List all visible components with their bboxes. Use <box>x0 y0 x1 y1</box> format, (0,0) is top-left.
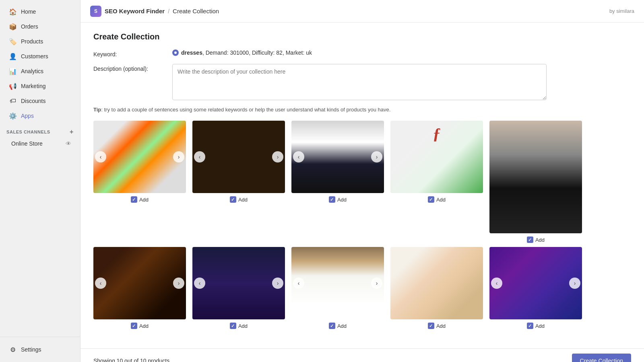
product-8-add-label: Add <box>337 323 347 329</box>
topbar-page-title: Create Collection <box>173 8 219 14</box>
product-9-checkbox[interactable] <box>428 323 434 329</box>
sidebar-item-orders[interactable]: 📦 Orders <box>2 19 78 34</box>
keyword-label: Keyword: <box>93 49 166 58</box>
showing-text: Showing 10 out of 10 products. <box>93 358 171 362</box>
sidebar-label-apps: Apps <box>21 113 34 119</box>
page-title: Create Collection <box>93 32 631 41</box>
product-6-prev-arrow[interactable]: ‹ <box>95 278 106 289</box>
product-3-next-arrow[interactable]: › <box>371 151 382 162</box>
product-8-next-arrow[interactable]: › <box>371 278 382 289</box>
product-dress-3 <box>291 121 384 193</box>
product-7-add-label: Add <box>238 323 248 329</box>
keyword-row: Keyword: dresses, Demand: 301000, Diffic… <box>93 49 631 58</box>
product-2-prev-arrow[interactable]: ‹ <box>194 151 205 162</box>
product-4-checkbox[interactable] <box>428 196 434 203</box>
sidebar-label-settings: Settings <box>21 346 41 353</box>
product-7-prev-arrow[interactable]: ‹ <box>194 278 205 289</box>
app-name: SEO Keyword Finder <box>105 8 165 14</box>
description-textarea[interactable] <box>172 64 547 100</box>
sidebar-item-home[interactable]: 🏠 Home <box>2 4 78 19</box>
online-store-label: Online Store <box>11 140 43 147</box>
product-1-prev-arrow[interactable]: ‹ <box>95 151 106 162</box>
product-image-2: ‹ › <box>192 121 285 193</box>
product-7-next-arrow[interactable]: › <box>272 278 283 289</box>
tip-text: Tip: try to add a couple of sentences us… <box>93 107 631 113</box>
product-6-next-arrow[interactable]: › <box>173 278 184 289</box>
product-4-add-label: Add <box>436 197 446 203</box>
product-3-add: Add <box>329 196 347 203</box>
sidebar-item-settings[interactable]: ⚙ Settings <box>2 342 78 357</box>
sidebar-item-online-store[interactable]: Online Store 👁 <box>2 138 78 150</box>
product-dress-7 <box>192 247 285 319</box>
product-3-add-label: Add <box>337 197 347 203</box>
product-card-7: ‹ › Add <box>192 247 285 329</box>
product-6-add: Add <box>131 323 149 329</box>
product-image-7: ‹ › <box>192 247 285 319</box>
product-2-add: Add <box>230 196 248 203</box>
product-9-add: Add <box>428 323 446 329</box>
apps-icon: ⚙️ <box>9 112 17 120</box>
main-area: S SEO Keyword Finder / Create Collection… <box>80 0 644 362</box>
product-1-next-arrow[interactable]: › <box>173 151 184 162</box>
keyword-radio[interactable] <box>172 49 179 56</box>
product-10-checkbox[interactable] <box>527 323 533 329</box>
sidebar-label-home: Home <box>21 8 36 15</box>
products-row-2: ‹ › Add ‹ › Add <box>93 247 631 329</box>
product-image-3: ‹ › <box>291 121 384 193</box>
product-2-checkbox[interactable] <box>230 196 236 203</box>
product-image-1: ‹ › <box>93 121 186 193</box>
product-image-9 <box>390 247 483 319</box>
sidebar-label-orders: Orders <box>21 23 38 30</box>
sidebar-item-customers[interactable]: 👤 Customers <box>2 49 78 64</box>
create-collection-button[interactable]: Create Collection <box>572 354 631 362</box>
sales-channels-header: SALES CHANNELS + <box>0 123 80 137</box>
app-logo: S <box>90 6 101 17</box>
product-dress-8 <box>291 247 384 319</box>
product-2-next-arrow[interactable]: › <box>272 151 283 162</box>
product-image-10: ‹ › <box>489 247 582 319</box>
products-row-1: ‹ › Add ‹ › Add <box>93 121 631 243</box>
product-9-add-label: Add <box>436 323 446 329</box>
content-area: Create Collection Keyword: dresses, Dema… <box>80 23 644 348</box>
product-dress-9 <box>390 247 483 319</box>
product-4-add: Add <box>428 196 446 203</box>
product-3-prev-arrow[interactable]: ‹ <box>293 151 304 162</box>
breadcrumb-separator: / <box>168 8 169 14</box>
add-sales-channel-icon[interactable]: + <box>70 128 74 136</box>
product-card-1: ‹ › Add <box>93 121 186 243</box>
eye-icon: 👁 <box>66 140 71 147</box>
product-10-next-arrow[interactable]: › <box>569 278 580 289</box>
product-card-8: ‹ › Add <box>291 247 384 329</box>
product-card-5: Add <box>489 121 582 243</box>
sidebar-item-products[interactable]: 🏷️ Products <box>2 34 78 49</box>
keyword-value: dresses, Demand: 301000, Difficulty: 82,… <box>172 49 312 56</box>
product-5-checkbox[interactable] <box>527 237 533 243</box>
product-6-checkbox[interactable] <box>131 323 137 329</box>
product-card-9: Add <box>390 247 483 329</box>
product-image-5 <box>489 121 582 233</box>
sidebar-item-marketing[interactable]: 📢 Marketing <box>2 79 78 93</box>
sidebar-item-apps[interactable]: ⚙️ Apps <box>2 109 78 123</box>
product-3-checkbox[interactable] <box>329 196 335 203</box>
sidebar-item-analytics[interactable]: 📊 Analytics <box>2 64 78 78</box>
product-10-prev-arrow[interactable]: ‹ <box>491 278 502 289</box>
product-10-add-label: Add <box>535 323 545 329</box>
product-5-add: Add <box>527 237 545 243</box>
product-8-add: Add <box>329 323 347 329</box>
product-dress-10 <box>489 247 582 319</box>
product-8-checkbox[interactable] <box>329 323 335 329</box>
product-dress-6 <box>93 247 186 319</box>
product-card-2: ‹ › Add <box>192 121 285 243</box>
topbar-by-text: by similara <box>609 8 634 14</box>
topbar: S SEO Keyword Finder / Create Collection… <box>80 0 644 23</box>
product-1-add: Add <box>131 196 149 203</box>
product-1-checkbox[interactable] <box>131 196 137 203</box>
product-1-add-label: Add <box>139 197 149 203</box>
home-icon: 🏠 <box>9 8 17 16</box>
sidebar-item-discounts[interactable]: 🏷 Discounts <box>2 94 78 108</box>
products-icon: 🏷️ <box>9 37 17 45</box>
keyword-bold: dresses, Demand: 301000, Difficulty: 82,… <box>181 49 312 56</box>
product-8-prev-arrow[interactable]: ‹ <box>293 278 304 289</box>
product-7-checkbox[interactable] <box>230 323 236 329</box>
sidebar-label-customers: Customers <box>21 53 48 60</box>
